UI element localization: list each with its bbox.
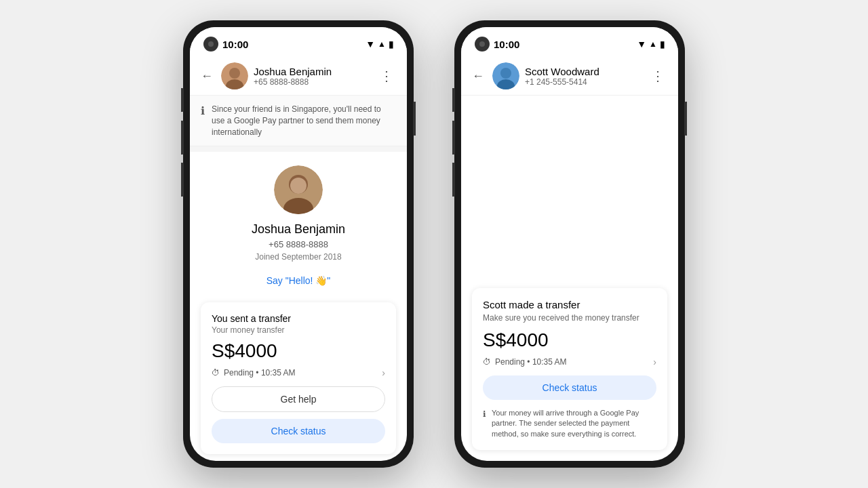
pending-status-2: Pending • 10:35 AM [495, 357, 649, 367]
transfer-status-row-1: ⏱ Pending • 10:35 AM › [212, 367, 385, 378]
volume-up-button-2 [452, 88, 455, 112]
more-menu-2[interactable]: ⋮ [646, 65, 670, 87]
clock-icon-1: ⏱ [212, 368, 220, 378]
status-icons-1: ▼ ▲ ▮ [366, 39, 393, 49]
time-display-2: 10:00 [494, 39, 519, 50]
battery-icon-2: ▮ [660, 39, 665, 49]
more-menu-1[interactable]: ⋮ [374, 65, 399, 87]
notification-status-row: ⏱ Pending • 10:35 AM › [483, 357, 656, 367]
silent-button [181, 163, 184, 197]
note-text: Your money will arrive through a Google … [492, 408, 656, 439]
status-bar-2: 10:00 ▼ ▲ ▮ [461, 27, 678, 57]
check-status-button-2[interactable]: Check status [483, 375, 656, 400]
status-left-2: 10:00 [475, 37, 519, 52]
power-button [413, 102, 416, 136]
back-button-2[interactable]: ← [469, 66, 487, 86]
wifi-icon-2: ▼ [637, 39, 646, 49]
phone-2-screen: 10:00 ▼ ▲ ▮ ← S [461, 27, 678, 461]
divider-1 [190, 146, 407, 152]
contact-info-1: Joshua Benjamin +65 8888-8888 [254, 66, 369, 87]
chevron-icon-2: › [653, 357, 656, 367]
profile-phone-display-1: +65 8888-8888 [269, 239, 328, 249]
chevron-icon-1: › [382, 367, 385, 378]
phone2-content: Scott made a transfer Make sure you rece… [461, 96, 678, 461]
volume-down-button [181, 121, 184, 155]
phone-2: 10:00 ▼ ▲ ▮ ← S [454, 20, 685, 468]
info-banner-1: ℹ Since your friend is in Singapore, you… [190, 96, 407, 146]
signal-icon-2: ▲ [649, 39, 657, 49]
app-header-1: ← Joshua Benjamin +65 8888-8888 ⋮ [190, 57, 407, 96]
get-help-button[interactable]: Get help [212, 386, 385, 412]
check-status-button-1[interactable]: Check status [212, 419, 385, 443]
status-bar-1: 10:00 ▼ ▲ ▮ [190, 27, 407, 57]
silent-button-2 [452, 163, 455, 197]
notification-title: Scott made a transfer [483, 299, 656, 310]
contact-name-2: Scott Woodward [525, 66, 640, 77]
status-icons-2: ▼ ▲ ▮ [637, 39, 665, 49]
info-icon-1: ℹ [201, 104, 205, 117]
svg-point-6 [290, 178, 307, 194]
camera-icon [203, 37, 218, 52]
app-header-2: ← Scott Woodward +1 245-555-5414 ⋮ [461, 57, 678, 96]
transfer-title-1: You sent a transfer [212, 313, 385, 324]
svg-point-8 [500, 68, 511, 79]
phone1-content: Joshua Benjamin +65 8888-8888 Joined Sep… [190, 152, 407, 461]
svg-point-1 [229, 68, 240, 79]
pending-status-1: Pending • 10:35 AM [224, 368, 378, 378]
contact-avatar-1 [221, 62, 248, 89]
status-left-1: 10:00 [203, 37, 248, 52]
camera-icon-2 [475, 37, 490, 52]
battery-icon: ▮ [389, 39, 393, 49]
contact-phone-1: +65 8888-8888 [254, 77, 369, 87]
transfer-subtitle-1: Your money transfer [212, 325, 385, 335]
notification-subtitle: Make sure you received the money transfe… [483, 313, 656, 323]
time-display-1: 10:00 [222, 39, 248, 50]
notification-amount: S$4000 [483, 329, 656, 351]
info-text-1: Since your friend is in Singapore, you'l… [212, 104, 396, 138]
transfer-card-1: You sent a transfer Your money transfer … [201, 302, 396, 454]
contact-avatar-2 [492, 62, 519, 89]
profile-avatar-1 [274, 165, 323, 214]
contact-info-2: Scott Woodward +1 245-555-5414 [525, 66, 640, 87]
notification-card: Scott made a transfer Make sure you rece… [472, 288, 667, 450]
phones-container: 10:00 ▼ ▲ ▮ ← J [183, 20, 685, 468]
transfer-amount-1: S$4000 [212, 340, 385, 362]
profile-name-1: Joshua Benjamin [252, 222, 345, 237]
clock-icon-2: ⏱ [483, 357, 491, 367]
signal-icon: ▲ [378, 39, 386, 49]
power-button-2 [684, 102, 687, 136]
say-hello-button[interactable]: Say "Hello! 👋" [267, 275, 331, 286]
phone-1-screen: 10:00 ▼ ▲ ▮ ← J [190, 27, 407, 461]
volume-down-button-2 [452, 121, 455, 155]
back-button-1[interactable]: ← [198, 66, 216, 86]
phone-1: 10:00 ▼ ▲ ▮ ← J [183, 20, 414, 468]
volume-up-button [181, 88, 184, 112]
note-info-icon: ℹ [483, 409, 486, 419]
profile-joined-1: Joined September 2018 [255, 252, 341, 262]
contact-name-1: Joshua Benjamin [254, 66, 369, 77]
contact-phone-2: +1 245-555-5414 [525, 77, 640, 87]
wifi-icon: ▼ [366, 39, 375, 49]
note-footer: ℹ Your money will arrive through a Googl… [483, 408, 656, 439]
